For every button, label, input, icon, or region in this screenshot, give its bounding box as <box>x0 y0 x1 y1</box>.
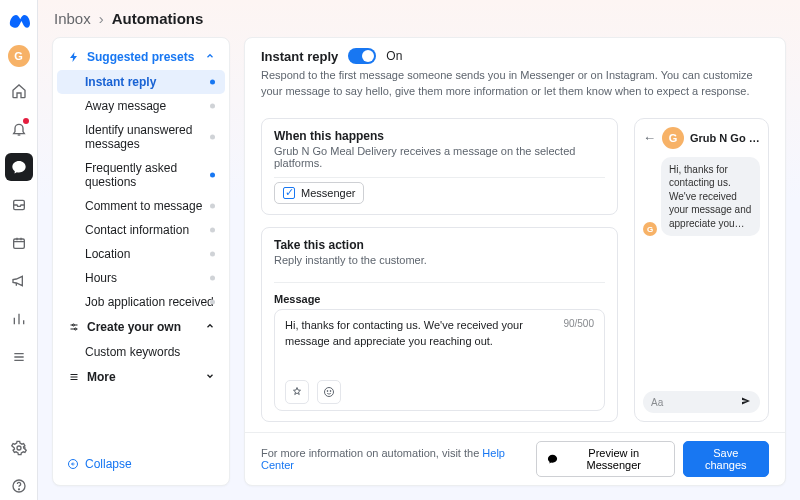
home-icon[interactable] <box>5 77 33 105</box>
char-counter: 90/500 <box>563 318 594 376</box>
checkmark-icon: ✓ <box>283 187 295 199</box>
svg-rect-1 <box>13 239 24 248</box>
message-editor: 90/500 <box>274 309 605 411</box>
sidebar-item-custom-keywords[interactable]: Custom keywords <box>57 340 225 364</box>
inbox-icon[interactable] <box>5 191 33 219</box>
sidebar-item-contact-info[interactable]: Contact information <box>57 218 225 242</box>
svg-point-10 <box>330 390 331 391</box>
sidebar-item-faq[interactable]: Frequently asked questions <box>57 156 225 194</box>
preview-avatar: G <box>662 127 684 149</box>
bubble-avatar: G <box>643 222 657 236</box>
action-heading: Take this action <box>274 238 605 252</box>
trigger-heading: When this happens <box>274 129 605 143</box>
create-your-own-header[interactable]: Create your own <box>57 314 225 340</box>
svg-point-9 <box>327 390 328 391</box>
sidebar-item-instant-reply[interactable]: Instant reply <box>57 70 225 94</box>
sidebar-item-job-application[interactable]: Job application received <box>57 290 225 314</box>
more-header[interactable]: More <box>57 364 225 390</box>
breadcrumb-current: Automations <box>112 10 204 27</box>
trigger-card: When this happens Grub N Go Meal Deliver… <box>261 118 618 215</box>
breadcrumb-parent[interactable]: Inbox <box>54 10 91 27</box>
preview-business-name: Grub N Go M… <box>690 132 760 144</box>
chevron-up-icon <box>205 320 215 334</box>
action-card: Take this action Reply instantly to the … <box>261 227 618 422</box>
conversation-preview: ← G Grub N Go M… G Hi, thanks for contac… <box>634 118 769 422</box>
insights-icon[interactable] <box>5 305 33 333</box>
svg-point-4 <box>18 489 19 490</box>
chevron-down-icon <box>205 370 215 384</box>
preview-back-icon[interactable]: ← <box>643 130 656 145</box>
megaphone-icon[interactable] <box>5 267 33 295</box>
calendar-icon[interactable] <box>5 229 33 257</box>
footer-text: For more information on automation, visi… <box>261 447 520 471</box>
chevron-up-icon <box>205 50 215 64</box>
preview-send-icon <box>740 395 752 409</box>
settings-icon[interactable] <box>5 434 33 462</box>
sidebar-item-location[interactable]: Location <box>57 242 225 266</box>
message-label: Message <box>274 293 605 305</box>
help-icon[interactable] <box>5 472 33 500</box>
automation-description: Respond to the first message someone sen… <box>261 68 769 100</box>
preview-message-bubble: Hi, thanks for contacting us. We've rece… <box>661 157 760 237</box>
user-avatar[interactable]: G <box>8 45 30 67</box>
sliders-icon <box>67 320 81 334</box>
message-textarea[interactable] <box>285 318 555 376</box>
svg-point-2 <box>17 446 21 450</box>
footer-bar: For more information on automation, visi… <box>245 432 785 485</box>
chat-icon[interactable] <box>5 153 33 181</box>
preview-input: Aa <box>643 391 760 413</box>
sidebar-item-away-message[interactable]: Away message <box>57 94 225 118</box>
left-rail: G <box>0 0 38 500</box>
menu-icon[interactable] <box>5 343 33 371</box>
suggested-presets-header[interactable]: Suggested presets <box>57 44 225 70</box>
collapse-sidebar[interactable]: Collapse <box>57 449 225 479</box>
chevron-right-icon: › <box>99 10 104 27</box>
breadcrumb: Inbox › Automations <box>38 0 800 37</box>
action-sub: Reply instantly to the customer. <box>274 254 605 266</box>
sidebar-item-comment-to-message[interactable]: Comment to message <box>57 194 225 218</box>
preview-in-messenger-button[interactable]: Preview in Messenger <box>536 441 675 477</box>
svg-point-8 <box>325 387 334 396</box>
main-panel: Instant reply On Respond to the first me… <box>244 37 786 486</box>
bell-icon[interactable] <box>5 115 33 143</box>
sidebar-item-unanswered[interactable]: Identify unanswered messages <box>57 118 225 156</box>
save-changes-button[interactable]: Save changes <box>683 441 769 477</box>
sidebar-item-hours[interactable]: Hours <box>57 266 225 290</box>
toggle-state: On <box>386 49 402 63</box>
platform-messenger-checkbox[interactable]: ✓ Messenger <box>274 182 364 204</box>
bolt-icon <box>67 50 81 64</box>
automation-title: Instant reply <box>261 49 338 64</box>
personalize-button[interactable] <box>285 380 309 404</box>
trigger-sub: Grub N Go Meal Delivery receives a messa… <box>274 145 605 169</box>
enabled-toggle[interactable] <box>348 48 376 64</box>
list-icon <box>67 370 81 384</box>
emoji-button[interactable] <box>317 380 341 404</box>
meta-logo <box>8 10 30 35</box>
automation-sidebar: Suggested presets Instant reply Away mes… <box>52 37 230 486</box>
